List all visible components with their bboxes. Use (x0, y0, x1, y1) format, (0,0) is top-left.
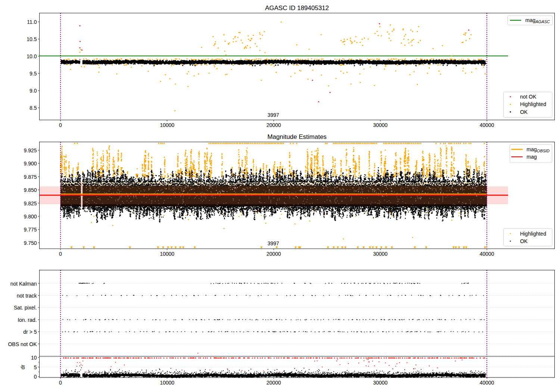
svg-text:11.0: 11.0 (27, 19, 37, 25)
svg-text:10000: 10000 (160, 122, 174, 128)
svg-text:Ion. rad.: Ion. rad. (18, 317, 37, 323)
svg-text:9.800: 9.800 (24, 214, 37, 220)
svg-text:8.5: 8.5 (29, 105, 37, 111)
svg-text:dr: dr (20, 364, 26, 369)
svg-text:Sat. pixel.: Sat. pixel. (14, 305, 37, 311)
svg-text:9.900: 9.900 (24, 161, 37, 167)
svg-text:10000: 10000 (160, 251, 174, 257)
svg-text:9.5: 9.5 (29, 71, 37, 77)
svg-text:Highlighted: Highlighted (520, 231, 546, 237)
svg-text:30000: 30000 (373, 122, 388, 128)
svg-text:not OK: not OK (520, 94, 536, 100)
svg-text:OBS not OK: OBS not OK (8, 341, 37, 347)
svg-text:10: 10 (31, 355, 37, 361)
svg-text:10.0: 10.0 (27, 53, 37, 59)
svg-text:9.925: 9.925 (24, 147, 37, 153)
svg-text:0: 0 (59, 122, 62, 128)
svg-text:9.775: 9.775 (24, 227, 37, 233)
svg-text:3997: 3997 (267, 240, 279, 246)
svg-text:Magnitude Estimates: Magnitude Estimates (267, 133, 327, 140)
svg-text:40000: 40000 (480, 122, 494, 128)
svg-text:20000: 20000 (267, 380, 281, 386)
svg-text:0: 0 (59, 251, 62, 257)
svg-text:30000: 30000 (373, 380, 388, 386)
svg-text:9.750: 9.750 (24, 240, 37, 246)
svg-text:Highlighted: Highlighted (520, 101, 546, 107)
svg-text:mag: mag (527, 154, 537, 160)
svg-text:40000: 40000 (480, 251, 494, 257)
svg-text:dr > 5: dr > 5 (23, 329, 37, 335)
svg-text:30000: 30000 (373, 251, 388, 257)
svg-text:10.5: 10.5 (27, 36, 37, 42)
svg-text:9.875: 9.875 (24, 174, 37, 180)
svg-text:not Kalman: not Kalman (10, 281, 37, 287)
svg-text:10000: 10000 (160, 380, 174, 386)
svg-text:0: 0 (34, 374, 37, 380)
svg-text:not track: not track (17, 293, 37, 299)
svg-text:20000: 20000 (267, 122, 281, 128)
svg-text:20000: 20000 (267, 251, 281, 257)
svg-text:OK: OK (520, 109, 528, 115)
svg-text:9.850: 9.850 (24, 187, 37, 193)
svg-text:9.825: 9.825 (24, 200, 37, 206)
svg-text:AGASC ID 189405312: AGASC ID 189405312 (265, 4, 329, 12)
svg-text:0: 0 (59, 380, 62, 386)
svg-text:5: 5 (34, 364, 37, 370)
svg-text:40000: 40000 (480, 380, 494, 386)
svg-text:OK: OK (520, 238, 528, 244)
svg-text:3997: 3997 (267, 112, 279, 118)
svg-text:9.0: 9.0 (29, 88, 37, 94)
